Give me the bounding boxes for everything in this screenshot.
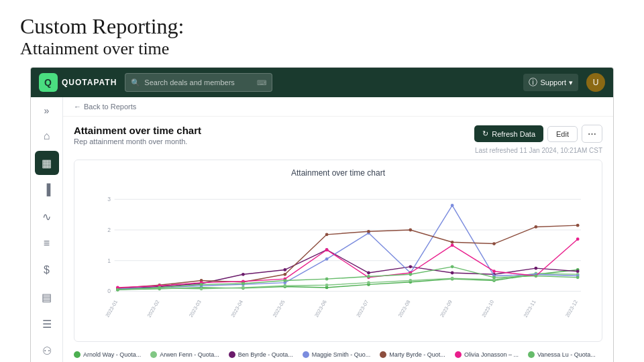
svg-point-52: [451, 272, 454, 275]
logo-icon: Q: [39, 73, 58, 92]
list-icon: ☰: [42, 318, 52, 330]
legend-item: Arnold Way - Quota...: [74, 351, 141, 358]
refresh-data-button[interactable]: ↻ Refresh Data: [474, 125, 543, 142]
chart-legend: Arnold Way - Quota...Arwen Fenn - Quota.…: [63, 347, 613, 362]
svg-point-76: [451, 241, 454, 244]
legend-item: Olivia Jonasson – ...: [455, 351, 519, 358]
last-refreshed-text: Last refreshed 11 Jan 2024, 10:21AM CST: [475, 147, 602, 154]
report-title: Attainment over time chart: [74, 125, 201, 136]
svg-text:2023-09: 2023-09: [439, 300, 453, 319]
legend-dot: [303, 351, 309, 358]
legend-label: Maggie Smith - Quo...: [312, 351, 371, 358]
sidebar-item-list[interactable]: ☰: [35, 312, 59, 336]
svg-text:2023-10: 2023-10: [480, 300, 495, 319]
legend-label: Arwen Fenn - Quota...: [160, 351, 219, 358]
back-nav-label[interactable]: Back to Reports: [84, 103, 136, 111]
svg-point-64: [451, 204, 454, 207]
svg-point-77: [492, 243, 496, 246]
svg-point-50: [367, 272, 370, 275]
svg-text:2023-11: 2023-11: [523, 300, 537, 319]
svg-point-47: [241, 273, 245, 276]
sidebar-expand-button[interactable]: »: [37, 103, 57, 119]
legend-item: Ben Byrde - Quota...: [229, 351, 293, 358]
top-nav: Q QUOTAPATH 🔍 Search deals and members ⌨…: [31, 68, 613, 97]
svg-point-39: [409, 279, 412, 282]
svg-point-99: [409, 273, 412, 276]
sidebar-item-users[interactable]: ⚇: [35, 339, 59, 362]
sidebar-item-trends[interactable]: ∿: [35, 204, 59, 229]
support-button[interactable]: ⓘ Support ▾: [523, 74, 578, 91]
svg-point-95: [241, 282, 245, 286]
sidebar-item-filters[interactable]: ≡: [35, 231, 59, 255]
edit-button[interactable]: Edit: [547, 126, 578, 142]
legend-dot: [74, 351, 80, 358]
svg-point-74: [367, 230, 370, 233]
legend-dot: [380, 351, 386, 358]
legend-label: Marty Byrde - Quot...: [389, 351, 445, 358]
svg-point-36: [283, 284, 286, 288]
logo-area: Q QUOTAPATH: [39, 73, 117, 92]
sidebar-item-home[interactable]: ⌂: [35, 124, 59, 148]
legend-label: Arnold Way - Quota...: [83, 351, 141, 358]
legend-dot: [229, 351, 235, 358]
page-subtitle: Attainment over time: [20, 39, 624, 59]
legend-item: Arwen Fenn - Quota...: [150, 351, 219, 358]
legend-item: Marty Byrde - Quot...: [380, 351, 445, 358]
svg-point-40: [451, 277, 454, 280]
svg-text:2023-05: 2023-05: [272, 300, 286, 319]
search-bar[interactable]: 🔍 Search deals and members ⌨: [125, 73, 272, 92]
sidebar: » ⌂ ▦ ▐ ∿ ≡ $: [31, 97, 63, 362]
avatar[interactable]: U: [586, 73, 605, 92]
svg-point-92: [116, 288, 119, 292]
svg-point-98: [367, 275, 370, 278]
svg-point-96: [283, 279, 286, 282]
svg-text:2023-08: 2023-08: [397, 300, 412, 319]
sidebar-item-charts[interactable]: ▐: [35, 178, 59, 202]
chart-svg: 3 2 1 0 2023-012023-022023-032023-042023…: [83, 183, 594, 330]
legend-item: Vanessa Lu - Quota...: [528, 351, 596, 358]
support-circle-icon: ⓘ: [529, 76, 537, 88]
svg-point-73: [325, 233, 329, 237]
svg-point-89: [492, 270, 496, 274]
svg-point-85: [325, 249, 329, 252]
sidebar-item-table[interactable]: ▤: [35, 285, 59, 309]
svg-point-55: [576, 270, 580, 274]
bar-chart-icon: ▐: [43, 184, 50, 196]
svg-point-75: [409, 229, 412, 232]
svg-point-51: [409, 265, 412, 269]
svg-point-88: [451, 244, 454, 247]
svg-point-79: [576, 224, 580, 227]
svg-text:2: 2: [107, 227, 111, 233]
svg-text:0: 0: [107, 288, 111, 295]
svg-point-97: [325, 278, 329, 281]
chart-title: Attainment over time chart: [83, 168, 594, 178]
report-description: Rep attainment month over month.: [74, 137, 201, 145]
support-chevron-icon: ▾: [569, 78, 573, 87]
table-icon: ▤: [42, 291, 52, 304]
back-nav: ← Back to Reports: [63, 97, 613, 117]
search-placeholder-text: Search deals and members: [144, 78, 235, 86]
svg-text:2023-01: 2023-01: [104, 300, 119, 319]
svg-point-103: [576, 276, 580, 280]
svg-point-72: [283, 273, 286, 276]
svg-point-54: [534, 267, 537, 270]
svg-text:2023-06: 2023-06: [313, 300, 328, 319]
legend-dot: [150, 351, 157, 358]
report-header: Attainment over time chart Rep attainmen…: [63, 117, 613, 160]
content-area: ← Back to Reports Attainment over time c…: [63, 97, 613, 362]
sidebar-item-money[interactable]: $: [35, 258, 59, 282]
svg-text:2023-12: 2023-12: [564, 300, 579, 319]
svg-point-48: [283, 268, 286, 272]
more-options-button[interactable]: ⋯: [582, 125, 602, 143]
svg-text:2023-02: 2023-02: [146, 300, 161, 319]
chart-container: Attainment over time chart 3 2 1: [74, 160, 602, 342]
action-buttons: ↻ Refresh Data Edit ⋯: [474, 125, 602, 143]
reports-icon: ▦: [42, 157, 52, 170]
sidebar-item-reports[interactable]: ▦: [35, 151, 59, 175]
svg-point-93: [158, 286, 161, 290]
expand-icon: »: [44, 105, 50, 116]
svg-point-37: [325, 284, 329, 287]
chart-svg-wrapper: 3 2 1 0 2023-012023-022023-032023-042023…: [83, 183, 594, 333]
trend-icon: ∿: [42, 210, 51, 223]
search-shortcut-icon: ⌨: [257, 79, 266, 86]
